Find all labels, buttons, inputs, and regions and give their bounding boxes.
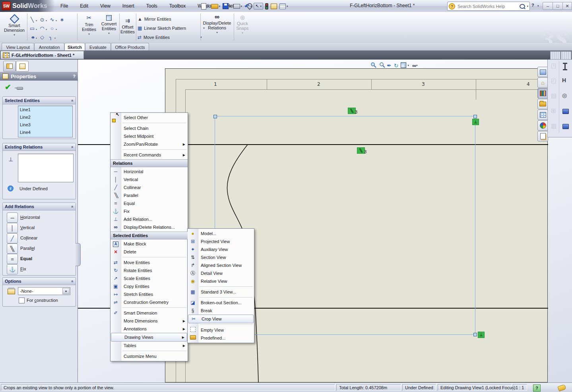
rotate-view-button[interactable]: ↻ [394,62,399,69]
sketch-vertex-handle[interactable] [213,115,217,118]
solidworks-resources-tab[interactable]: ⌂ [537,77,548,88]
menu-item-stretch-entities[interactable]: ↦Stretch Entities [111,290,188,298]
menu-item-collinear[interactable]: ╱Collinear [111,183,188,191]
tab-evaluate[interactable]: Evaluate [85,43,111,51]
structural-steel-icon[interactable] [563,63,567,70]
help-dropdown-icon[interactable]: ▾ [537,4,539,8]
panel-splitter-handle[interactable] [76,243,81,266]
menu-item-construction-geometry[interactable]: ⇌Construction Geometry [111,298,188,306]
list-item[interactable]: Line2 [18,114,72,121]
existing-relations-header[interactable]: Existing Relations » [3,143,76,151]
equal-relation-button[interactable]: = [7,254,18,264]
toolbox-icon[interactable] [562,109,569,114]
interrupt-button[interactable] [265,3,269,10]
property-manager-tab[interactable] [16,61,29,71]
collinear-relation-label[interactable]: Collinear [20,236,37,240]
menu-item-more-dimensions[interactable]: More Dimensions▶ [111,317,188,325]
parallel-relation-label[interactable]: Parallel [20,246,35,251]
collapse-chevron-icon[interactable]: » [70,205,75,208]
fix-relation-button[interactable]: ⚓ [7,264,18,274]
submenu-item-crop-view[interactable]: ✂Crop View [188,315,254,323]
for-construction-label[interactable]: For construction [27,298,58,303]
vertical-relation-button[interactable]: │ [7,223,18,233]
export-flyout-button[interactable] [537,67,548,77]
perpendicular-relation-badge[interactable]: ⊥ [478,332,485,338]
hide-show-glasses-icon[interactable]: ∞ [412,63,416,68]
menu-item-smart-dimension[interactable]: ✐Smart Dimension [111,309,188,317]
menu-item-rotate-entities[interactable]: ↻Rotate Entities [111,266,188,274]
file-explorer-tab[interactable] [537,99,548,109]
print-button[interactable]: ▾ [233,4,243,9]
vertical-relation-label[interactable]: Vertical [20,225,35,230]
offset-entities-button[interactable]: ⇉ Offset Entities [120,17,135,34]
piston-icon[interactable]: H [562,77,566,83]
ellipse-tool-button[interactable]: ○▾ [48,25,57,31]
submenu-item-broken-out-section[interactable]: ◪Broken-out Section... [188,299,254,307]
submenu-item-aligned-section-view[interactable]: ↱Aligned Section View [188,261,254,269]
list-item[interactable]: Line3 [18,121,72,129]
horizontal-relation-label[interactable]: Horizontal [20,215,40,220]
help-search-box[interactable]: ? ▾ [447,2,530,11]
feature-manager-tab[interactable] [3,61,16,71]
submenu-item-predefined[interactable]: Predefined... [188,334,254,342]
save-button[interactable]: ▾ [222,3,231,10]
undo-button[interactable]: ↶▾ [244,2,252,10]
document-tab[interactable]: F-GLeftHorizBottom - Sheet1 * [0,51,84,59]
menu-item-horizontal[interactable]: ─Horizontal [111,168,188,176]
menu-item-recent-commands[interactable]: Recent Commands▶ [111,151,188,159]
panel-help-button[interactable]: ? [73,74,76,79]
smart-dimension-button[interactable]: Smart Dimension ▾ [3,14,25,37]
submenu-item-projected-view[interactable]: ⊞Projected View [188,238,254,245]
sketch-vertex-handle[interactable] [473,333,477,336]
collapse-chevron-icon[interactable]: » [70,99,75,102]
selected-entities-listbox[interactable]: Line1 Line2 Line3 Line4 [18,106,73,137]
fillet-tool-button[interactable]: ╮▾ [47,34,56,40]
menu-item-copy-entities[interactable]: ▣Copy Entities [111,282,188,290]
search-input[interactable] [457,4,518,9]
menu-item-parallel[interactable]: ╲Parallel [111,191,188,199]
fix-relation-label[interactable]: Fix [20,266,26,271]
menu-item-fix[interactable]: ⚓Fix [111,207,188,215]
bearing-icon[interactable]: ◎ [562,92,567,98]
collinear-relation-button[interactable]: ╱ [7,233,18,243]
minimize-button[interactable]: – [543,2,553,10]
options-header[interactable]: Options » [3,278,76,285]
menu-item-select-other[interactable]: ↖ Select Other [111,114,188,122]
select-tool-button[interactable]: ↖▾ [254,3,263,10]
submenu-item-section-view[interactable]: ⇅Section View [188,253,254,261]
menu-item-scale-entities[interactable]: ↗Scale Entities [111,274,188,282]
menu-item-equal[interactable]: =Equal [111,199,188,207]
submenu-item-relative-view[interactable]: ◉Relative View [188,277,254,285]
submenu-item-model[interactable]: ●Model... [188,230,254,238]
collapse-chevron-icon[interactable]: » [70,280,75,282]
sketch-vertex-handle[interactable] [473,115,477,118]
polygon-tool-button[interactable]: ◇ [39,34,46,40]
menu-file[interactable]: File [59,2,70,10]
linear-sketch-pattern-button[interactable]: ▦ Linear Sketch Pattern ▾ [138,23,205,33]
menu-item-customize-menu[interactable]: Customize Menu [111,352,188,360]
ok-button[interactable]: ✔ [5,83,11,92]
submenu-item-empty-view[interactable]: Empty View [188,326,254,334]
zoom-in-button[interactable] [370,62,377,69]
menu-toolbox[interactable]: Toolbox [168,2,187,10]
new-document-button[interactable]: ▾ [201,3,209,10]
open-button[interactable]: ▾ [211,4,221,9]
list-item[interactable]: Line1 [18,106,72,114]
horizontal-relation-button[interactable]: ─ [7,212,18,223]
menu-edit[interactable]: Edit [78,2,90,10]
for-construction-checkbox[interactable] [19,297,25,303]
menu-item-move-entities[interactable]: ⇄Move Entities [111,259,188,266]
menu-item-tables[interactable]: Tables▶ [111,342,188,350]
menu-item-drawing-views[interactable]: Drawing Views▶ [111,333,187,342]
appearances-tab[interactable] [537,120,548,131]
menu-item-delete[interactable]: ×Delete [111,248,188,256]
split-view-button-2[interactable] [561,51,572,60]
close-button[interactable]: ✕ [562,2,572,10]
menu-view[interactable]: View [99,2,112,10]
slot-tool-button[interactable]: ◖◗▾ [29,34,37,40]
toolbox-parts-icon[interactable] [562,124,569,129]
zoom-fit-button[interactable] [379,62,386,69]
file-properties-button[interactable] [270,3,277,10]
add-relations-header[interactable]: Add Relations » [3,203,76,210]
tab-annotation[interactable]: Annotation [34,43,64,51]
